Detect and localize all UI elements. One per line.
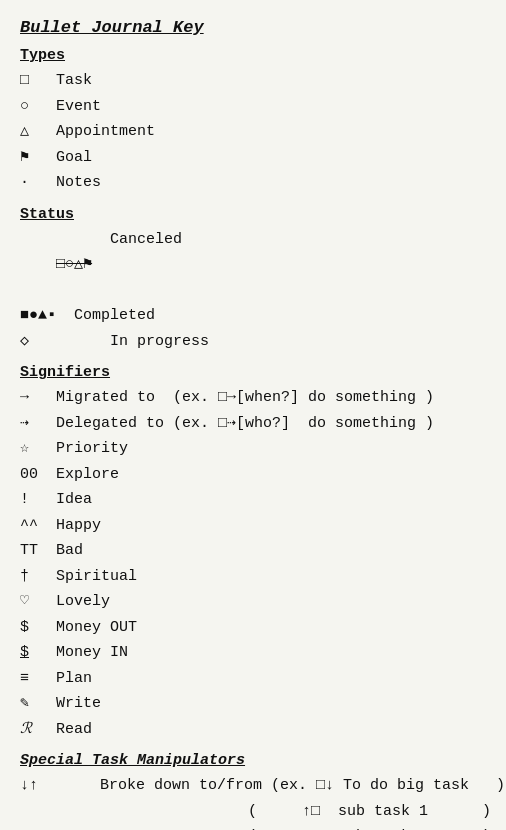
broke-down-sub1: ( ↑□ sub task 1 ): [248, 799, 486, 825]
idea-label: Idea: [56, 487, 92, 513]
delegated-label: Delegated to (ex. □⇢[who?] do something …: [56, 411, 434, 437]
broke-down-row: ↓↑ Broke down to/from (ex. □↓ To do big …: [20, 773, 486, 799]
event-label: Event: [56, 94, 101, 120]
broke-down-symbol: ↓↑: [20, 773, 100, 799]
canceled-symbol: □○△⚑: [20, 227, 92, 304]
bad-symbol: TT: [20, 538, 56, 564]
list-item: $ Money IN: [20, 640, 486, 666]
signifiers-heading: Signifiers: [20, 364, 486, 381]
read-symbol: ℛ: [20, 717, 56, 743]
list-item: 00 Explore: [20, 462, 486, 488]
notes-symbol: ·: [20, 170, 56, 196]
money-out-label: Money OUT: [56, 615, 137, 641]
bad-label: Bad: [56, 538, 83, 564]
canceled-label: Canceled: [92, 227, 182, 253]
list-item: ◇ In progress: [20, 329, 486, 355]
broke-down-sub1-text: ( ↑□ sub task 1 ): [248, 799, 491, 825]
broke-down-label: Broke down to/from (ex. □↓ To do big tas…: [100, 773, 505, 799]
list-item: △ Appointment: [20, 119, 486, 145]
task-symbol: □: [20, 68, 56, 94]
money-in-label: Money IN: [56, 640, 128, 666]
goal-symbol: ⚑: [20, 145, 56, 171]
task-label: Task: [56, 68, 92, 94]
happy-symbol: ^^: [20, 513, 56, 539]
priority-label: Priority: [56, 436, 128, 462]
page-title: Bullet Journal Key: [20, 18, 486, 37]
explore-label: Explore: [56, 462, 119, 488]
list-item: TT Bad: [20, 538, 486, 564]
money-out-symbol: $: [20, 615, 56, 641]
list-item: ^^ Happy: [20, 513, 486, 539]
completed-symbol: ■●▲▪: [20, 303, 56, 329]
list-item: ℛ Read: [20, 717, 486, 743]
broke-down-sub2: ( ↑□ sub task 2 ): [248, 824, 486, 830]
inprogress-label: In progress: [56, 329, 209, 355]
money-in-symbol: $: [20, 640, 56, 666]
spiritual-symbol: †: [20, 564, 56, 590]
list-item: † Spiritual: [20, 564, 486, 590]
delegated-symbol: ⇢: [20, 411, 56, 437]
migrated-label: Migrated to (ex. □→[when?] do something …: [56, 385, 434, 411]
list-item: □ Task: [20, 68, 486, 94]
appointment-symbol: △: [20, 119, 56, 145]
list-item: ✎ Write: [20, 691, 486, 717]
manipulators-heading: Special Task Manipulators: [20, 752, 486, 769]
status-heading: Status: [20, 206, 486, 223]
inprogress-symbol: ◇: [20, 329, 56, 355]
happy-label: Happy: [56, 513, 101, 539]
list-item: ⚑ Goal: [20, 145, 486, 171]
goal-label: Goal: [56, 145, 92, 171]
lovely-label: Lovely: [56, 589, 110, 615]
broke-down-sub2-text: ( ↑□ sub task 2 ): [248, 824, 491, 830]
lovely-symbol: ♡: [20, 589, 56, 615]
appointment-label: Appointment: [56, 119, 155, 145]
spiritual-label: Spiritual: [56, 564, 137, 590]
list-item: · Notes: [20, 170, 486, 196]
write-label: Write: [56, 691, 101, 717]
notes-label: Notes: [56, 170, 101, 196]
list-item: ■●▲▪ Completed: [20, 303, 486, 329]
list-item: ♡ Lovely: [20, 589, 486, 615]
list-item: ≡ Plan: [20, 666, 486, 692]
list-item: □○△⚑ Canceled: [20, 227, 486, 304]
explore-symbol: 00: [20, 462, 56, 488]
list-item: ○ Event: [20, 94, 486, 120]
plan-symbol: ≡: [20, 666, 56, 692]
priority-symbol: ☆: [20, 436, 56, 462]
event-symbol: ○: [20, 94, 56, 120]
list-item: → Migrated to (ex. □→[when?] do somethin…: [20, 385, 486, 411]
list-item: ! Idea: [20, 487, 486, 513]
list-item: $ Money OUT: [20, 615, 486, 641]
read-label: Read: [56, 717, 92, 743]
list-item: ☆ Priority: [20, 436, 486, 462]
completed-label: Completed: [56, 303, 155, 329]
idea-symbol: !: [20, 487, 56, 513]
types-heading: Types: [20, 47, 486, 64]
migrated-symbol: →: [20, 385, 56, 411]
write-symbol: ✎: [20, 691, 56, 717]
plan-label: Plan: [56, 666, 92, 692]
list-item: ⇢ Delegated to (ex. □⇢[who?] do somethin…: [20, 411, 486, 437]
